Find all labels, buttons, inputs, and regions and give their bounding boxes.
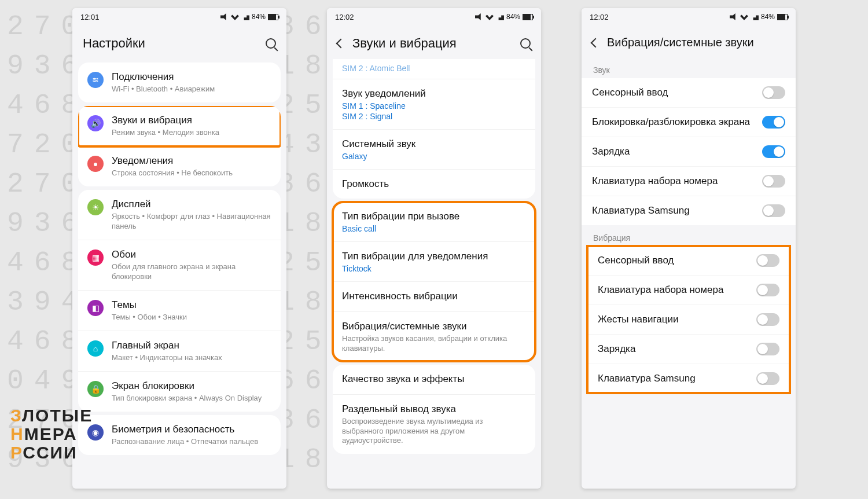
wifi-icon <box>231 13 239 20</box>
row-value: Basic call <box>342 224 526 233</box>
toggle-row[interactable]: Жесты навигации <box>587 304 790 334</box>
settings-row[interactable]: ◉Биометрия и безопасностьРаспознавание л… <box>78 415 281 455</box>
toggle-label: Клавиатура набора номера <box>592 175 762 187</box>
toggle-row[interactable]: Блокировка/разблокировка экрана <box>582 107 796 137</box>
settings-row[interactable]: 🔊Звуки и вибрацияРежим звука • Мелодия з… <box>78 106 281 146</box>
home-icon: ⌂ <box>87 340 104 357</box>
row-label: Системный звук <box>342 138 526 151</box>
toggle-row[interactable]: Клавиатура Samsung <box>587 364 790 393</box>
settings-row[interactable]: Раздельный вывод звукаВоспроизведение зв… <box>333 395 535 454</box>
row-subtitle: Wi-Fi • Bluetooth • Авиарежим <box>112 85 271 94</box>
row-label: Тип вибрации для уведомления <box>342 250 526 263</box>
toggle-switch[interactable] <box>762 145 785 158</box>
statusbar: 12:02 84% <box>582 8 796 25</box>
battery-text: 84% <box>506 13 520 21</box>
clock: 12:02 <box>335 13 354 21</box>
page-title: Настройки <box>83 36 258 51</box>
mute-icon <box>220 13 229 20</box>
toggle-switch[interactable] <box>756 343 779 355</box>
settings-row[interactable]: ⌂Главный экранМакет • Индикаторы на знач… <box>78 331 281 372</box>
row-label: Темы <box>112 299 271 311</box>
settings-row[interactable]: ◧ТемыТемы • Обои • Значки <box>78 291 281 331</box>
row-value: SIM 1 : Spaceline <box>342 101 526 111</box>
row-value: Galaxy <box>342 152 526 161</box>
toggle-switch[interactable] <box>762 204 785 217</box>
statusbar: 12:01 84% <box>72 8 286 25</box>
settings-row[interactable]: Звук уведомленийSIM 1 : SpacelineSIM 2 :… <box>333 79 535 130</box>
signal-icon <box>241 13 249 20</box>
row-value: Ticktock <box>342 264 526 273</box>
phone-1: 12:01 84% Настройки ≋ПодключенияWi-Fi • … <box>72 8 286 489</box>
row-label: Раздельный вывод звука <box>342 403 526 416</box>
phone-3: 12:02 84% Вибрация/системные звуки Звук … <box>582 8 796 489</box>
section-sound: Звук <box>582 57 796 78</box>
toggle-label: Сенсорный ввод <box>592 87 762 98</box>
row-subtitle: Тип блокировки экрана • Always On Displa… <box>112 394 271 403</box>
signal-icon <box>751 13 759 20</box>
volume-icon: 🔊 <box>87 115 104 131</box>
toggle-switch[interactable] <box>756 254 779 267</box>
wifi-icon <box>486 13 494 20</box>
settings-row[interactable]: ☀ДисплейЯркость • Комфорт для глаз • Нав… <box>78 190 281 240</box>
toggle-switch[interactable] <box>762 175 785 188</box>
toggle-switch[interactable] <box>756 372 779 385</box>
toggle-row[interactable]: Зарядка <box>587 334 790 364</box>
row-label: Обои <box>112 248 271 261</box>
toggle-switch[interactable] <box>756 284 779 296</box>
row-label: Громкость <box>342 178 526 190</box>
settings-row[interactable]: Системный звукGalaxy <box>333 130 535 170</box>
phone-2: 12:02 84% Звуки и вибрация SIM 2 : Atomi… <box>327 8 541 489</box>
settings-row[interactable]: ▦ОбоиОбои для главного экрана и экрана б… <box>78 240 281 291</box>
signal-icon <box>496 13 504 20</box>
settings-row-sim-partial[interactable]: SIM 2 : Atomic Bell <box>333 59 535 79</box>
row-subtitle: Обои для главного экрана и экрана блокир… <box>112 262 271 282</box>
wifi-icon: ≋ <box>87 72 104 88</box>
toggle-row[interactable]: Сенсорный ввод <box>582 78 796 107</box>
page-header: Звуки и вибрация <box>327 25 541 59</box>
toggle-switch[interactable] <box>762 116 785 129</box>
battery-icon <box>777 14 788 20</box>
toggle-label: Клавиатура Samsung <box>592 205 762 217</box>
battery-icon <box>523 14 533 20</box>
palette-icon: ◧ <box>87 300 104 316</box>
mute-icon <box>730 13 738 20</box>
watermark-logo: ЗЛОТЫЕ НМЕРА РССИИ <box>10 406 93 462</box>
search-icon[interactable] <box>266 38 276 49</box>
row-subtitle: Строка состояния • Не беспокоить <box>112 168 271 178</box>
toggle-label: Клавиатура набора номера <box>598 284 756 296</box>
toggle-label: Блокировка/разблокировка экрана <box>592 116 762 128</box>
row-value: SIM 2 : Atomic Bell <box>342 64 526 73</box>
settings-row[interactable]: Тип вибрации при вызовеBasic call <box>333 202 535 242</box>
row-value: SIM 2 : Signal <box>342 112 526 121</box>
back-icon[interactable] <box>591 38 601 47</box>
toggle-row[interactable]: Клавиатура набора номера <box>587 275 790 304</box>
clock: 12:02 <box>590 13 609 21</box>
settings-row[interactable]: Вибрация/системные звукиНастройка звуков… <box>333 312 535 362</box>
back-icon[interactable] <box>336 39 346 49</box>
toggle-switch[interactable] <box>762 86 785 99</box>
search-icon[interactable] <box>520 38 531 49</box>
toggle-label: Жесты навигации <box>598 314 756 325</box>
settings-row[interactable]: Тип вибрации для уведомленияTicktock <box>333 242 535 282</box>
toggle-switch[interactable] <box>756 313 779 326</box>
toggle-row[interactable]: Сенсорный ввод <box>587 246 790 275</box>
settings-row[interactable]: ≋ПодключенияWi-Fi • Bluetooth • Авиарежи… <box>78 63 281 102</box>
settings-row[interactable]: 🔒Экран блокировкиТип блокировки экрана •… <box>78 372 281 412</box>
row-subtitle: Яркость • Комфорт для глаз • Навигационн… <box>112 212 271 232</box>
bell-icon: ● <box>87 156 104 172</box>
section-vibration: Вибрация <box>582 225 796 246</box>
row-label: Биометрия и безопасность <box>112 423 271 436</box>
toggle-row[interactable]: Клавиатура набора номера <box>582 166 796 196</box>
row-label: Экран блокировки <box>112 380 271 392</box>
toggle-row[interactable]: Клавиатура Samsung <box>582 196 796 225</box>
mute-icon <box>475 13 483 20</box>
settings-row[interactable]: Интенсивность вибрации <box>333 282 535 311</box>
settings-row[interactable]: Громкость <box>333 170 535 199</box>
battery-icon <box>268 14 278 20</box>
toggle-row[interactable]: Зарядка <box>582 137 796 166</box>
statusbar: 12:02 84% <box>327 8 541 25</box>
settings-row[interactable]: ●УведомленияСтрока состояния • Не беспок… <box>78 146 281 186</box>
row-subtitle: Распознавание лица • Отпечатки пальцев <box>112 437 271 447</box>
settings-row[interactable]: Качество звука и эффекты <box>333 365 535 394</box>
battery-text: 84% <box>252 13 266 21</box>
